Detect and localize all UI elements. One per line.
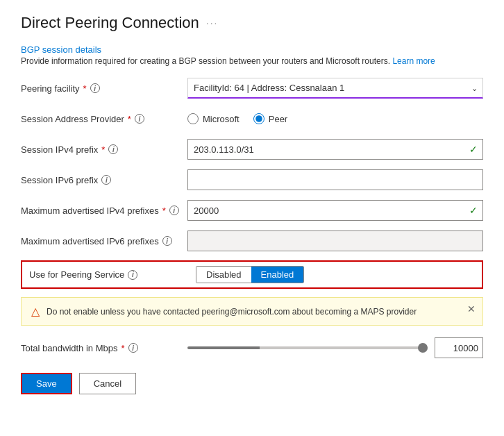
radio-microsoft[interactable]: Microsoft: [187, 113, 240, 124]
peering-facility-row: Peering facility * i FacilityId: 64 | Ad…: [21, 77, 483, 99]
check-icon-ipv4: ✓: [469, 205, 478, 216]
bandwidth-control: [187, 337, 483, 358]
warning-box: △ Do not enable unless you have contacte…: [21, 297, 483, 326]
peering-facility-select[interactable]: FacilityId: 64 | Address: Cessnalaan 1: [187, 78, 483, 99]
peering-service-row: Use for Peering Service i Disabled Enabl…: [21, 260, 483, 289]
max-ipv4-control: ✓: [187, 200, 483, 221]
warning-icon: △: [31, 305, 40, 318]
bandwidth-row: Total bandwidth in Mbps * i: [21, 337, 483, 359]
form-actions: Save Cancel: [21, 373, 483, 394]
peering-facility-info-icon[interactable]: i: [90, 83, 100, 93]
max-ipv6-control: [187, 230, 483, 251]
page-title-container: Direct Peering Connection ···: [21, 14, 483, 32]
session-ipv4-info-icon[interactable]: i: [108, 144, 118, 154]
peering-facility-label: Peering facility * i: [21, 83, 187, 94]
session-address-provider-radio-group: Microsoft Peer: [187, 113, 287, 124]
check-icon: ✓: [469, 144, 478, 155]
peering-service-toggle: Disabled Enabled: [196, 266, 304, 283]
radio-peer-input[interactable]: [253, 113, 264, 124]
bgp-section-desc: Provide information required for creatin…: [21, 56, 483, 66]
session-address-provider-info-icon[interactable]: i: [135, 114, 144, 124]
peering-service-info-icon[interactable]: i: [128, 270, 137, 280]
max-ipv4-row: Maximum advertised IPv4 prefixes * i ✓: [21, 199, 483, 221]
session-ipv6-label: Session IPv6 prefix i: [21, 175, 187, 185]
radio-microsoft-label: Microsoft: [203, 114, 240, 124]
radio-microsoft-input[interactable]: [187, 113, 199, 124]
warning-text: Do not enable unless you have contacted …: [47, 307, 473, 317]
radio-peer[interactable]: Peer: [253, 113, 287, 124]
max-ipv6-row: Maximum advertised IPv6 prefixes i: [21, 230, 483, 252]
bandwidth-info-icon[interactable]: i: [128, 343, 138, 353]
session-address-provider-label: Session Address Provider * i: [21, 114, 187, 124]
session-ipv6-info-icon[interactable]: i: [101, 175, 111, 185]
max-ipv6-label: Maximum advertised IPv6 prefixes i: [21, 236, 187, 246]
session-ipv6-row: Session IPv6 prefix i: [21, 169, 483, 191]
session-ipv4-input-wrapper: ✓: [187, 139, 483, 160]
max-ipv4-required: *: [162, 206, 166, 216]
max-ipv6-input[interactable]: [187, 230, 483, 251]
learn-more-link[interactable]: Learn more: [392, 56, 435, 66]
bandwidth-label: Total bandwidth in Mbps * i: [21, 343, 187, 353]
session-ipv6-input[interactable]: [187, 169, 483, 190]
warning-close-button[interactable]: ✕: [467, 303, 476, 315]
page-title: Direct Peering Connection: [21, 14, 199, 32]
bgp-section-label: BGP session details: [21, 44, 483, 55]
session-ipv4-required: *: [101, 144, 105, 155]
radio-peer-label: Peer: [269, 114, 287, 124]
peering-service-control: Disabled Enabled: [196, 266, 475, 283]
page-title-dots: ···: [206, 17, 219, 28]
max-ipv4-input-wrapper: ✓: [187, 200, 483, 221]
session-ipv4-input[interactable]: [187, 139, 483, 160]
bandwidth-slider[interactable]: [187, 346, 428, 349]
bandwidth-value-input[interactable]: [435, 337, 483, 358]
max-ipv4-info-icon[interactable]: i: [169, 206, 179, 215]
peering-facility-required: *: [83, 83, 87, 94]
session-address-provider-required: *: [128, 114, 131, 124]
session-ipv4-control: ✓: [187, 139, 483, 160]
bandwidth-slider-row: [187, 337, 483, 358]
toggle-enabled-button[interactable]: Enabled: [251, 267, 304, 283]
session-ipv4-row: Session IPv4 prefix * i ✓: [21, 138, 483, 160]
save-button[interactable]: Save: [21, 373, 72, 394]
session-ipv6-control: [187, 169, 483, 190]
peering-service-label: Use for Peering Service i: [29, 269, 196, 280]
cancel-button[interactable]: Cancel: [79, 373, 136, 394]
max-ipv4-label: Maximum advertised IPv4 prefixes * i: [21, 206, 187, 216]
max-ipv4-input[interactable]: [187, 200, 483, 221]
toggle-disabled-button[interactable]: Disabled: [196, 267, 251, 283]
session-address-provider-row: Session Address Provider * i Microsoft P…: [21, 108, 483, 130]
session-address-provider-control: Microsoft Peer: [187, 113, 483, 124]
bandwidth-required: *: [121, 343, 124, 353]
peering-facility-select-wrapper: FacilityId: 64 | Address: Cessnalaan 1 ⌄: [187, 78, 483, 99]
peering-facility-control: FacilityId: 64 | Address: Cessnalaan 1 ⌄: [187, 78, 483, 99]
session-ipv4-label: Session IPv4 prefix * i: [21, 144, 187, 155]
max-ipv6-info-icon[interactable]: i: [162, 236, 172, 246]
